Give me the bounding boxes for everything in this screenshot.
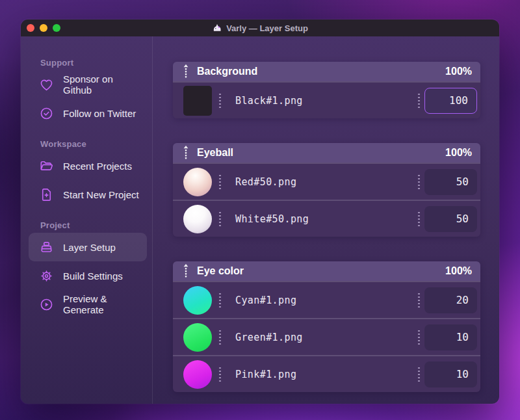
check-badge-icon xyxy=(39,106,54,121)
layer-group-header: Eyeball 100% xyxy=(173,143,480,163)
divider-dotted xyxy=(418,367,420,382)
sidebar-section-support: Support Sponsor on Github Follow on Twit… xyxy=(29,58,147,127)
divider-dotted xyxy=(418,212,420,226)
layer-group-eye-color: Eye color 100% Cyan#1.png Green#1.png xyxy=(173,261,480,392)
layer-group-weight: 100% xyxy=(445,66,472,77)
archive-box-icon xyxy=(39,240,54,255)
sidebar-section-workspace: Workspace Recent Projects Start New Proj… xyxy=(29,139,147,209)
layer-group-background: Background 100% Black#1.png xyxy=(173,62,480,118)
sidebar-item-label: Sponsor on Github xyxy=(63,73,142,96)
title-bar: Varly — Layer Setup xyxy=(21,20,499,36)
divider-dotted xyxy=(418,94,420,108)
section-label-workspace: Workspace xyxy=(40,139,147,149)
drag-handle-icon[interactable] xyxy=(183,64,189,79)
gear-icon xyxy=(39,269,54,283)
sidebar-item-start-new-project[interactable]: Start New Project xyxy=(29,180,147,209)
divider-dotted xyxy=(418,293,420,308)
layer-thumbnail xyxy=(183,286,212,315)
layer-group-title: Eye color xyxy=(197,265,445,277)
sidebar-item-sponsor-on-github[interactable]: Sponsor on Github xyxy=(29,70,147,99)
layer-thumbnail xyxy=(183,360,212,389)
app-window: Varly — Layer Setup Support Sponsor on G… xyxy=(21,20,499,404)
sidebar-item-layer-setup[interactable]: Layer Setup xyxy=(29,233,147,261)
divider-dotted xyxy=(418,330,420,345)
layer-rarity-input[interactable] xyxy=(424,361,477,387)
window-title-text: Varly — Layer Setup xyxy=(226,23,308,33)
sidebar: Support Sponsor on Github Follow on Twit… xyxy=(21,36,153,404)
sidebar-item-follow-on-twitter[interactable]: Follow on Twitter xyxy=(29,99,147,127)
layer-thumbnail xyxy=(183,168,212,196)
layer-row: Black#1.png xyxy=(173,81,480,118)
drag-handle-icon[interactable] xyxy=(183,263,189,279)
divider-dotted xyxy=(219,94,221,108)
layer-thumbnail xyxy=(183,86,212,116)
layer-group-header: Background 100% xyxy=(173,62,480,81)
window-title: Varly — Layer Setup xyxy=(212,23,308,33)
layer-rarity-input[interactable] xyxy=(424,206,477,232)
zoom-button[interactable] xyxy=(53,24,60,32)
layer-row: Red#50.png xyxy=(173,163,480,200)
drag-handle-icon[interactable] xyxy=(183,145,189,161)
divider-dotted xyxy=(219,212,221,226)
divider-dotted xyxy=(219,367,221,382)
layer-file-name: White#50.png xyxy=(235,213,309,225)
sidebar-item-label: Layer Setup xyxy=(63,242,116,253)
traffic-lights xyxy=(27,20,60,36)
layer-rarity-input[interactable] xyxy=(424,88,477,114)
sidebar-item-preview-generate[interactable]: Preview & Generate xyxy=(29,290,147,319)
layer-file-name: Pink#1.png xyxy=(235,369,296,380)
divider-dotted xyxy=(418,175,420,189)
layer-rarity-input[interactable] xyxy=(424,169,477,195)
section-label-project: Project xyxy=(40,220,147,230)
layer-group-title: Eyeball xyxy=(197,147,445,159)
play-circle-icon xyxy=(39,297,54,312)
layer-group-weight: 100% xyxy=(445,265,472,277)
minimize-button[interactable] xyxy=(40,24,47,32)
close-button[interactable] xyxy=(27,24,34,32)
sidebar-section-project: Project Layer Setup Build Setti xyxy=(29,220,147,319)
layer-setup-panel: Background 100% Black#1.png xyxy=(153,36,499,404)
layer-file-name: Black#1.png xyxy=(235,95,303,107)
layer-file-name: Green#1.png xyxy=(235,332,303,343)
divider-dotted xyxy=(219,293,221,308)
folder-icon xyxy=(39,159,54,174)
file-plus-icon xyxy=(39,187,54,202)
layer-file-name: Red#50.png xyxy=(235,176,296,188)
section-label-support: Support xyxy=(40,58,147,68)
unicorn-app-icon xyxy=(212,23,222,33)
layer-group-title: Background xyxy=(197,66,445,77)
layer-rarity-input[interactable] xyxy=(424,324,477,350)
layer-file-name: Cyan#1.png xyxy=(235,295,296,306)
layer-thumbnail xyxy=(183,323,212,352)
sidebar-item-label: Recent Projects xyxy=(63,161,132,172)
layer-row: Cyan#1.png xyxy=(173,281,480,318)
layer-thumbnail xyxy=(183,205,212,233)
layer-rarity-input[interactable] xyxy=(424,287,477,313)
sidebar-item-build-settings[interactable]: Build Settings xyxy=(29,261,147,290)
layer-row: Pink#1.png xyxy=(173,355,480,392)
layer-group-weight: 100% xyxy=(445,147,472,159)
divider-dotted xyxy=(219,175,221,189)
sidebar-item-recent-projects[interactable]: Recent Projects xyxy=(29,151,147,180)
divider-dotted xyxy=(219,330,221,345)
layer-row: White#50.png xyxy=(173,200,480,237)
layer-group-eyeball: Eyeball 100% Red#50.png White#50.png xyxy=(173,143,480,237)
sidebar-item-label: Preview & Generate xyxy=(63,293,142,315)
sidebar-item-label: Build Settings xyxy=(63,270,123,282)
layer-group-header: Eye color 100% xyxy=(173,261,480,281)
sidebar-item-label: Follow on Twitter xyxy=(63,108,136,119)
layer-row: Green#1.png xyxy=(173,318,480,355)
heart-icon xyxy=(39,77,54,92)
sidebar-item-label: Start New Project xyxy=(63,189,139,200)
